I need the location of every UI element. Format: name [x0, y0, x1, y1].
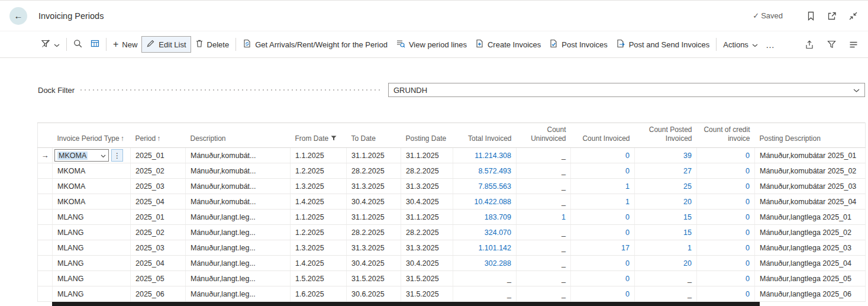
cell-invoice-period-type[interactable]: MKOMA: [53, 194, 131, 210]
cell-invoice-period-type[interactable]: MLANG: [53, 286, 131, 302]
cell-to-date[interactable]: 30.4.2025: [347, 194, 401, 210]
cell-total-invoiced[interactable]: 11.214.308: [453, 148, 517, 163]
column-header-count-uninvoiced[interactable]: Count Uninvoiced: [517, 123, 571, 148]
cell-from-date[interactable]: 1.4.2025: [291, 256, 347, 271]
cell-count-credit-invoice[interactable]: 0: [697, 210, 755, 225]
row-marker[interactable]: [38, 179, 53, 194]
column-header-count-posted-invoiced[interactable]: Count Posted Invoiced: [635, 123, 697, 148]
cell-from-date[interactable]: 1.3.2025: [291, 179, 347, 194]
get-arrivals-button[interactable]: Get Arrivals/Rent/Weight for the Period: [238, 36, 392, 53]
open-in-new-window-icon[interactable]: [827, 11, 837, 21]
cell-description[interactable]: Mánuður,langt.leg...: [186, 271, 291, 286]
column-header-period[interactable]: Period↑: [131, 123, 186, 148]
cell-posting-date[interactable]: 30.4.2025: [401, 194, 453, 210]
cell-total-invoiced[interactable]: 183.709: [453, 210, 517, 225]
cell-count-uninvoiced[interactable]: _: [517, 240, 571, 256]
cell-posting-date[interactable]: 31.5.2025: [401, 286, 453, 302]
cell-posting-description[interactable]: Mánuður,komubátar 2025_02: [755, 163, 866, 179]
row-marker[interactable]: [38, 210, 53, 225]
cell-posting-description[interactable]: Mánuður,komubátar 2025_04: [755, 194, 866, 210]
cell-to-date[interactable]: 31.1.2025: [347, 148, 401, 163]
cell-to-date[interactable]: 31.5.2025: [347, 271, 401, 286]
cell-count-posted-invoiced[interactable]: 39: [635, 148, 697, 163]
cell-total-invoiced[interactable]: 1.101.142: [453, 240, 517, 256]
cell-total-invoiced[interactable]: 302.288: [453, 256, 517, 271]
cell-invoice-period-type[interactable]: MKOMA⋮: [53, 148, 131, 163]
cell-count-credit-invoice[interactable]: 0: [697, 286, 755, 302]
cell-count-uninvoiced[interactable]: 1: [517, 210, 571, 225]
cell-count-uninvoiced[interactable]: _: [517, 225, 571, 240]
cell-period[interactable]: 2025_03: [131, 179, 186, 194]
cell-count-posted-invoiced[interactable]: 15: [635, 210, 697, 225]
cell-description[interactable]: Mánuður,langt.leg...: [186, 225, 291, 240]
cell-posting-description[interactable]: Mánuður,langtlega 2025_06: [755, 286, 866, 302]
cell-total-invoiced[interactable]: 7.855.563: [453, 179, 517, 194]
cell-count-credit-invoice[interactable]: 0: [697, 148, 755, 163]
cell-count-invoiced[interactable]: 0: [571, 210, 635, 225]
cell-invoice-period-type[interactable]: MKOMA: [53, 179, 131, 194]
actions-menu-button[interactable]: Actions: [719, 37, 762, 52]
bookmark-icon[interactable]: [805, 11, 816, 21]
cell-count-uninvoiced[interactable]: _: [517, 148, 571, 163]
cell-period[interactable]: 2025_04: [131, 194, 186, 210]
cell-posting-date[interactable]: 31.5.2025: [401, 271, 453, 286]
cell-to-date[interactable]: 28.2.2025: [347, 225, 401, 240]
cell-from-date[interactable]: 1.2.2025: [291, 225, 347, 240]
cell-count-invoiced[interactable]: 0: [571, 256, 635, 271]
cell-from-date[interactable]: 1.2.2025: [291, 163, 347, 179]
cell-count-uninvoiced[interactable]: _: [517, 256, 571, 271]
column-header-count-credit-invoice[interactable]: Count of credit invoice: [697, 123, 755, 148]
back-button[interactable]: ←: [9, 7, 27, 25]
cell-to-date[interactable]: 28.2.2025: [347, 163, 401, 179]
column-header-posting-date[interactable]: Posting Date: [401, 123, 453, 148]
cell-posting-description[interactable]: Mánuður,komubátar 2025_03: [755, 179, 866, 194]
cell-total-invoiced[interactable]: 8.572.493: [453, 163, 517, 179]
cell-invoice-period-type[interactable]: MLANG: [53, 256, 131, 271]
cell-invoice-period-type[interactable]: MLANG: [53, 271, 131, 286]
row-marker[interactable]: [38, 286, 53, 302]
row-marker[interactable]: [38, 240, 53, 256]
cell-count-credit-invoice[interactable]: 0: [697, 240, 755, 256]
cell-period[interactable]: 2025_01: [131, 148, 186, 163]
new-button[interactable]: + New: [109, 37, 141, 52]
cell-to-date[interactable]: 31.3.2025: [347, 240, 401, 256]
cell-count-credit-invoice[interactable]: 0: [697, 179, 755, 194]
cell-period[interactable]: 2025_05: [131, 271, 186, 286]
cell-to-date[interactable]: 31.1.2025: [347, 210, 401, 225]
cell-count-credit-invoice[interactable]: 0: [697, 194, 755, 210]
dock-filter-combobox[interactable]: GRUNDH: [388, 83, 865, 97]
cell-count-invoiced[interactable]: 0: [571, 225, 635, 240]
column-header-to-date[interactable]: To Date: [347, 123, 401, 148]
cell-invoice-period-type[interactable]: MLANG: [53, 225, 131, 240]
filter-pane-icon[interactable]: [826, 39, 837, 50]
row-marker[interactable]: [38, 163, 53, 179]
cell-description[interactable]: Mánuður,komubát...: [186, 148, 291, 163]
cell-count-invoiced[interactable]: 1: [571, 179, 635, 194]
cell-count-invoiced[interactable]: 0: [571, 286, 635, 302]
cell-count-credit-invoice[interactable]: 0: [697, 256, 755, 271]
cell-posting-date[interactable]: 31.1.2025: [401, 210, 453, 225]
cell-count-invoiced[interactable]: 0: [571, 271, 635, 286]
saved-views-filter-button[interactable]: [37, 36, 64, 53]
cell-period[interactable]: 2025_04: [131, 256, 186, 271]
post-invoices-button[interactable]: Post Invoices: [545, 36, 611, 53]
cell-posting-description[interactable]: Mánuður,langtlega 2025_05: [755, 271, 866, 286]
row-options-button[interactable]: ⋮: [111, 149, 123, 162]
share-icon[interactable]: [804, 39, 815, 50]
cell-count-credit-invoice[interactable]: 0: [697, 163, 755, 179]
cell-count-credit-invoice[interactable]: 0: [697, 225, 755, 240]
collapse-icon[interactable]: [848, 11, 859, 21]
cell-count-credit-invoice[interactable]: 0: [697, 271, 755, 286]
cell-description[interactable]: Mánuður,komubát...: [186, 163, 291, 179]
cell-total-invoiced[interactable]: _: [453, 271, 517, 286]
cell-count-invoiced[interactable]: 1: [571, 194, 635, 210]
more-options-button[interactable]: …: [762, 40, 779, 50]
cell-from-date[interactable]: 1.6.2025: [291, 286, 347, 302]
cell-count-uninvoiced[interactable]: _: [517, 286, 571, 302]
cell-count-uninvoiced[interactable]: _: [517, 179, 571, 194]
column-header-count-invoiced[interactable]: Count Invoiced: [571, 123, 635, 148]
cell-count-invoiced[interactable]: 0: [571, 148, 635, 163]
cell-invoice-period-type[interactable]: MLANG: [53, 210, 131, 225]
column-header-posting-description[interactable]: Posting Description: [755, 123, 866, 148]
view-period-lines-button[interactable]: View period lines: [392, 36, 471, 53]
